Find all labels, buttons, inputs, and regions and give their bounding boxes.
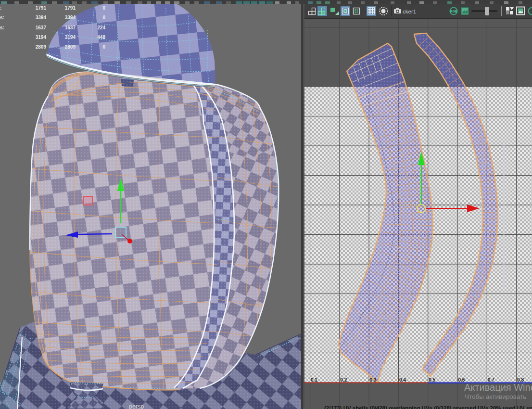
svg-text:s:: s: xyxy=(0,25,4,30)
svg-text:3394: 3394 xyxy=(36,15,47,20)
svg-text:0: 0 xyxy=(102,15,105,20)
svg-text:1637: 1637 xyxy=(36,25,47,30)
svg-text::: : xyxy=(0,5,1,11)
svg-text:2809: 2809 xyxy=(65,44,76,50)
svg-text:Чтобы активировать: Чтобы активировать xyxy=(465,393,526,400)
svg-text:0.4: 0.4 xyxy=(399,377,406,383)
svg-text:RGB: RGB xyxy=(450,10,457,13)
svg-text:persp: persp xyxy=(129,403,144,409)
svg-text:1791: 1791 xyxy=(36,5,47,11)
svg-text:1791: 1791 xyxy=(65,5,76,11)
svg-text:224: 224 xyxy=(97,25,105,30)
svg-text:(2/173) UV shells (0/428) ove: (2/173) UV shells (0/428) overlapping UV… xyxy=(324,405,532,409)
svg-text:3194: 3194 xyxy=(65,35,76,40)
svg-text:448: 448 xyxy=(97,35,105,40)
svg-text:2809: 2809 xyxy=(36,44,47,50)
svg-text:3194: 3194 xyxy=(36,35,47,40)
svg-text:0.3: 0.3 xyxy=(370,377,377,383)
svg-text:0.1: 0.1 xyxy=(311,377,317,383)
svg-text:0.2: 0.2 xyxy=(340,377,347,383)
svg-text:cker1: cker1 xyxy=(403,9,416,14)
svg-text:0.5: 0.5 xyxy=(429,377,435,383)
svg-text:s:: s: xyxy=(0,15,4,20)
svg-text:0: 0 xyxy=(102,44,105,50)
svg-text:Активация Wind: Активация Wind xyxy=(464,382,532,393)
svg-text:0: 0 xyxy=(102,5,105,11)
svg-text:1637: 1637 xyxy=(65,25,76,30)
svg-text:3394: 3394 xyxy=(65,15,76,20)
